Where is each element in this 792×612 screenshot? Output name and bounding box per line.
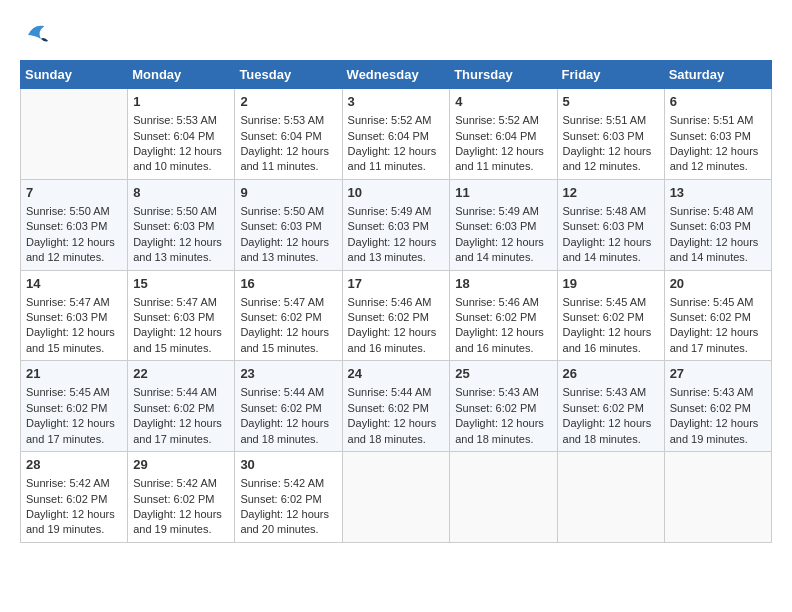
sunset-text: Sunset: 6:02 PM — [563, 311, 644, 323]
sunset-text: Sunset: 6:02 PM — [670, 311, 751, 323]
calendar-cell: 18 Sunrise: 5:46 AM Sunset: 6:02 PM Dayl… — [450, 270, 557, 361]
daylight-text: Daylight: 12 hours and 11 minutes. — [240, 145, 329, 172]
daylight-text: Daylight: 12 hours and 11 minutes. — [455, 145, 544, 172]
calendar-cell: 29 Sunrise: 5:42 AM Sunset: 6:02 PM Dayl… — [128, 452, 235, 543]
day-number: 25 — [455, 365, 551, 383]
sunset-text: Sunset: 6:04 PM — [348, 130, 429, 142]
calendar-cell: 7 Sunrise: 5:50 AM Sunset: 6:03 PM Dayli… — [21, 179, 128, 270]
calendar-week-row: 1 Sunrise: 5:53 AM Sunset: 6:04 PM Dayli… — [21, 89, 772, 180]
sunset-text: Sunset: 6:03 PM — [670, 220, 751, 232]
day-number: 29 — [133, 456, 229, 474]
day-number: 28 — [26, 456, 122, 474]
calendar-cell: 3 Sunrise: 5:52 AM Sunset: 6:04 PM Dayli… — [342, 89, 450, 180]
sunrise-text: Sunrise: 5:45 AM — [563, 296, 647, 308]
calendar-cell: 15 Sunrise: 5:47 AM Sunset: 6:03 PM Dayl… — [128, 270, 235, 361]
day-number: 14 — [26, 275, 122, 293]
calendar-week-row: 21 Sunrise: 5:45 AM Sunset: 6:02 PM Dayl… — [21, 361, 772, 452]
sunrise-text: Sunrise: 5:46 AM — [348, 296, 432, 308]
calendar-cell: 17 Sunrise: 5:46 AM Sunset: 6:02 PM Dayl… — [342, 270, 450, 361]
day-number: 26 — [563, 365, 659, 383]
sunset-text: Sunset: 6:03 PM — [563, 130, 644, 142]
day-number: 4 — [455, 93, 551, 111]
sunset-text: Sunset: 6:03 PM — [26, 311, 107, 323]
sunrise-text: Sunrise: 5:52 AM — [348, 114, 432, 126]
daylight-text: Daylight: 12 hours and 17 minutes. — [133, 417, 222, 444]
daylight-text: Daylight: 12 hours and 14 minutes. — [455, 236, 544, 263]
calendar-week-row: 14 Sunrise: 5:47 AM Sunset: 6:03 PM Dayl… — [21, 270, 772, 361]
sunrise-text: Sunrise: 5:44 AM — [240, 386, 324, 398]
sunset-text: Sunset: 6:02 PM — [455, 311, 536, 323]
day-number: 19 — [563, 275, 659, 293]
weekday-header-wednesday: Wednesday — [342, 61, 450, 89]
calendar-cell: 19 Sunrise: 5:45 AM Sunset: 6:02 PM Dayl… — [557, 270, 664, 361]
calendar-cell: 24 Sunrise: 5:44 AM Sunset: 6:02 PM Dayl… — [342, 361, 450, 452]
daylight-text: Daylight: 12 hours and 12 minutes. — [563, 145, 652, 172]
weekday-header-friday: Friday — [557, 61, 664, 89]
daylight-text: Daylight: 12 hours and 18 minutes. — [455, 417, 544, 444]
sunrise-text: Sunrise: 5:45 AM — [26, 386, 110, 398]
calendar-cell: 4 Sunrise: 5:52 AM Sunset: 6:04 PM Dayli… — [450, 89, 557, 180]
sunrise-text: Sunrise: 5:50 AM — [133, 205, 217, 217]
sunrise-text: Sunrise: 5:47 AM — [26, 296, 110, 308]
calendar-cell: 28 Sunrise: 5:42 AM Sunset: 6:02 PM Dayl… — [21, 452, 128, 543]
calendar-cell: 10 Sunrise: 5:49 AM Sunset: 6:03 PM Dayl… — [342, 179, 450, 270]
sunset-text: Sunset: 6:04 PM — [133, 130, 214, 142]
calendar-cell: 16 Sunrise: 5:47 AM Sunset: 6:02 PM Dayl… — [235, 270, 342, 361]
calendar-cell — [21, 89, 128, 180]
sunset-text: Sunset: 6:02 PM — [133, 402, 214, 414]
sunrise-text: Sunrise: 5:51 AM — [670, 114, 754, 126]
day-number: 7 — [26, 184, 122, 202]
daylight-text: Daylight: 12 hours and 12 minutes. — [670, 145, 759, 172]
calendar-cell: 23 Sunrise: 5:44 AM Sunset: 6:02 PM Dayl… — [235, 361, 342, 452]
day-number: 16 — [240, 275, 336, 293]
daylight-text: Daylight: 12 hours and 15 minutes. — [240, 326, 329, 353]
calendar-cell: 2 Sunrise: 5:53 AM Sunset: 6:04 PM Dayli… — [235, 89, 342, 180]
daylight-text: Daylight: 12 hours and 19 minutes. — [670, 417, 759, 444]
calendar-table: SundayMondayTuesdayWednesdayThursdayFrid… — [20, 60, 772, 543]
sunset-text: Sunset: 6:02 PM — [348, 402, 429, 414]
day-number: 11 — [455, 184, 551, 202]
logo-bird-icon — [22, 20, 52, 50]
daylight-text: Daylight: 12 hours and 13 minutes. — [240, 236, 329, 263]
sunrise-text: Sunrise: 5:47 AM — [133, 296, 217, 308]
sunset-text: Sunset: 6:02 PM — [133, 493, 214, 505]
daylight-text: Daylight: 12 hours and 12 minutes. — [26, 236, 115, 263]
weekday-header-saturday: Saturday — [664, 61, 771, 89]
daylight-text: Daylight: 12 hours and 15 minutes. — [133, 326, 222, 353]
calendar-week-row: 28 Sunrise: 5:42 AM Sunset: 6:02 PM Dayl… — [21, 452, 772, 543]
day-number: 8 — [133, 184, 229, 202]
calendar-cell: 12 Sunrise: 5:48 AM Sunset: 6:03 PM Dayl… — [557, 179, 664, 270]
calendar-cell: 26 Sunrise: 5:43 AM Sunset: 6:02 PM Dayl… — [557, 361, 664, 452]
calendar-cell: 13 Sunrise: 5:48 AM Sunset: 6:03 PM Dayl… — [664, 179, 771, 270]
calendar-cell: 6 Sunrise: 5:51 AM Sunset: 6:03 PM Dayli… — [664, 89, 771, 180]
sunset-text: Sunset: 6:02 PM — [563, 402, 644, 414]
sunrise-text: Sunrise: 5:47 AM — [240, 296, 324, 308]
calendar-cell — [342, 452, 450, 543]
sunrise-text: Sunrise: 5:48 AM — [670, 205, 754, 217]
sunrise-text: Sunrise: 5:48 AM — [563, 205, 647, 217]
day-number: 12 — [563, 184, 659, 202]
daylight-text: Daylight: 12 hours and 11 minutes. — [348, 145, 437, 172]
day-number: 5 — [563, 93, 659, 111]
sunset-text: Sunset: 6:02 PM — [240, 311, 321, 323]
day-number: 1 — [133, 93, 229, 111]
sunrise-text: Sunrise: 5:49 AM — [455, 205, 539, 217]
day-number: 15 — [133, 275, 229, 293]
day-number: 9 — [240, 184, 336, 202]
daylight-text: Daylight: 12 hours and 16 minutes. — [563, 326, 652, 353]
sunrise-text: Sunrise: 5:53 AM — [133, 114, 217, 126]
day-number: 17 — [348, 275, 445, 293]
weekday-header-thursday: Thursday — [450, 61, 557, 89]
day-number: 3 — [348, 93, 445, 111]
daylight-text: Daylight: 12 hours and 16 minutes. — [455, 326, 544, 353]
sunset-text: Sunset: 6:03 PM — [133, 311, 214, 323]
sunrise-text: Sunrise: 5:44 AM — [348, 386, 432, 398]
calendar-cell — [557, 452, 664, 543]
sunrise-text: Sunrise: 5:43 AM — [455, 386, 539, 398]
day-number: 30 — [240, 456, 336, 474]
sunset-text: Sunset: 6:03 PM — [563, 220, 644, 232]
day-number: 18 — [455, 275, 551, 293]
sunrise-text: Sunrise: 5:43 AM — [563, 386, 647, 398]
daylight-text: Daylight: 12 hours and 18 minutes. — [348, 417, 437, 444]
sunset-text: Sunset: 6:02 PM — [240, 402, 321, 414]
